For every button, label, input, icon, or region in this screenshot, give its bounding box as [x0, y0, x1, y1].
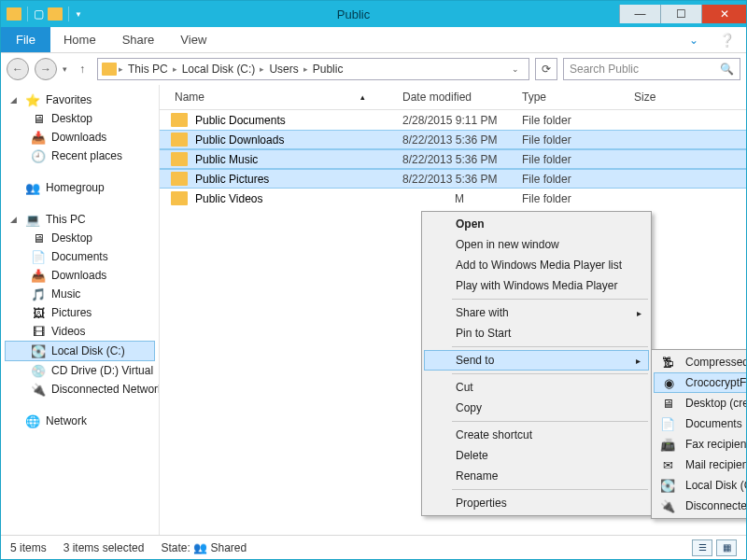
separator [452, 489, 648, 490]
collapse-icon[interactable]: ◢ [10, 215, 20, 224]
titlebar: ▢ ▼ Public — ☐ ✕ [1, 1, 746, 27]
menu-add-wmp[interactable]: Add to Windows Media Player list [424, 255, 649, 275]
folder-icon [171, 172, 188, 186]
file-row[interactable]: Public Pictures8/22/2013 5:36 PMFile fol… [160, 169, 746, 189]
separator [452, 421, 648, 422]
file-row[interactable]: Public VideosMFile folder [160, 189, 746, 208]
menu-cut[interactable]: Cut [424, 377, 649, 398]
sendto-zip[interactable]: 🗜Compressed (zipped) folder [654, 352, 746, 372]
menu-open[interactable]: Open [424, 214, 649, 234]
window-controls: — ☐ ✕ [619, 5, 746, 23]
menu-share-with[interactable]: Share with▸ [424, 302, 649, 323]
sendto-local-disk[interactable]: 💽Local Disk (C:) [654, 475, 746, 496]
ribbon-expand-icon[interactable]: ⌄ [680, 34, 708, 47]
close-button[interactable]: ✕ [701, 5, 746, 23]
shared-icon: 👥 [193, 541, 207, 554]
chevron-right-icon[interactable]: ▸ [258, 64, 266, 74]
sendto-disconnected[interactable]: 🔌Disconnected Network Drive (E:) [654, 496, 746, 516]
chevron-right-icon[interactable]: ▸ [117, 64, 125, 74]
crumb-this-pc[interactable]: This PC [125, 63, 171, 76]
menu-send-to[interactable]: Send to▸ [424, 350, 649, 371]
crumb-local-disk[interactable]: Local Disk (C:) [179, 63, 259, 76]
address-bar[interactable]: ▸ This PC ▸ Local Disk (C:) ▸ Users ▸ Pu… [97, 58, 529, 80]
file-row[interactable]: Public Music8/22/2013 5:36 PMFile folder [160, 149, 746, 169]
sidebar-item-recent[interactable]: 🕘Recent places [5, 147, 155, 165]
back-button[interactable]: ← [7, 58, 29, 80]
file-list: Public Documents2/28/2015 9:11 PMFile fo… [160, 110, 746, 535]
ribbon-tabs: File Home Share View ⌄ ❔ [1, 27, 746, 53]
sidebar-item-downloads[interactable]: 📥Downloads [5, 266, 155, 285]
menu-create-shortcut[interactable]: Create shortcut [424, 425, 649, 445]
column-headers: Name▴ Date modified Type Size [160, 85, 746, 110]
menu-copy[interactable]: Copy [424, 398, 649, 418]
crumb-public[interactable]: Public [310, 63, 346, 76]
menu-open-new-window[interactable]: Open in new window [424, 234, 649, 255]
sidebar-item-downloads[interactable]: 📥Downloads [5, 128, 155, 147]
sendto-mail[interactable]: ✉Mail recipient [654, 455, 746, 475]
menu-properties[interactable]: Properties [424, 493, 649, 513]
file-row[interactable]: Public Documents2/28/2015 9:11 PMFile fo… [160, 110, 746, 130]
history-dropdown-icon[interactable]: ▾ [63, 64, 67, 74]
sendto-documents[interactable]: 📄Documents [654, 413, 746, 434]
chevron-right-icon[interactable]: ▸ [171, 64, 179, 74]
sidebar-item-cd-drive[interactable]: 💿CD Drive (D:) Virtual [5, 361, 155, 380]
menu-play-wmp[interactable]: Play with Windows Media Player [424, 275, 649, 296]
separator [452, 373, 648, 374]
sendto-fax[interactable]: 📠Fax recipient [654, 434, 746, 455]
status-item-count: 5 items [10, 541, 47, 554]
sidebar-favorites[interactable]: ◢⭐Favorites [5, 91, 155, 109]
sendto-desktop[interactable]: 🖥Desktop (create shortcut) [654, 393, 746, 413]
collapse-icon[interactable]: ◢ [10, 95, 20, 105]
view-icons-button[interactable]: ▦ [716, 539, 737, 556]
menu-delete[interactable]: Delete [424, 445, 649, 466]
up-button[interactable]: ↑ [73, 60, 92, 78]
minimize-button[interactable]: — [619, 5, 660, 23]
folder-icon[interactable] [7, 7, 21, 21]
chevron-right-icon[interactable]: ▸ [302, 64, 310, 74]
search-input[interactable]: Search Public 🔍 [563, 58, 740, 80]
file-pane: Name▴ Date modified Type Size Public Doc… [160, 85, 746, 535]
view-details-button[interactable]: ☰ [692, 539, 712, 556]
folder-icon [171, 113, 188, 127]
column-date[interactable]: Date modified [402, 91, 522, 104]
tab-view[interactable]: View [167, 27, 219, 52]
sidebar-network[interactable]: 🌐Network [5, 412, 155, 430]
sidebar-item-desktop[interactable]: 🖥Desktop [5, 109, 155, 128]
sidebar-item-documents[interactable]: 📄Documents [5, 247, 155, 266]
properties-icon[interactable]: ▢ [34, 7, 44, 21]
file-row[interactable]: Public Downloads8/22/2013 5:36 PMFile fo… [160, 130, 746, 149]
menu-rename[interactable]: Rename [424, 466, 649, 486]
column-size[interactable]: Size [625, 91, 746, 104]
music-icon: 🎵 [31, 287, 46, 301]
sendto-crococrypt[interactable]: ◉CrococryptFile [654, 372, 746, 393]
sidebar-item-disconnected[interactable]: 🔌Disconnected Network [5, 380, 155, 399]
tab-share[interactable]: Share [109, 27, 168, 52]
sidebar-item-videos[interactable]: 🎞Videos [5, 322, 155, 341]
sidebar-homegroup[interactable]: 👥Homegroup [5, 178, 155, 197]
crumb-users[interactable]: Users [266, 63, 301, 76]
desktop-icon: 🖥 [31, 231, 46, 245]
help-icon[interactable]: ❔ [708, 33, 746, 48]
sidebar-item-desktop[interactable]: 🖥Desktop [5, 229, 155, 247]
navigation-bar: ← → ▾ ↑ ▸ This PC ▸ Local Disk (C:) ▸ Us… [1, 53, 746, 85]
navigation-pane: ◢⭐Favorites 🖥Desktop 📥Downloads 🕘Recent … [1, 85, 160, 535]
menu-pin-start[interactable]: Pin to Start [424, 323, 649, 343]
sidebar-item-music[interactable]: 🎵Music [5, 285, 155, 303]
sidebar-item-local-disk[interactable]: 💽Local Disk (C:) [5, 341, 155, 361]
sidebar-item-pictures[interactable]: 🖼Pictures [5, 303, 155, 322]
quick-access-toolbar: ▢ ▼ [1, 7, 88, 21]
column-name[interactable]: Name▴ [160, 91, 402, 104]
separator [452, 299, 648, 300]
column-type[interactable]: Type [522, 91, 625, 104]
zip-icon: 🗜 [659, 354, 676, 371]
address-dropdown-icon[interactable]: ⌄ [506, 64, 525, 74]
tab-home[interactable]: Home [50, 27, 109, 52]
refresh-button[interactable]: ⟳ [535, 58, 557, 80]
maximize-button[interactable]: ☐ [660, 5, 701, 23]
qat-dropdown-icon[interactable]: ▼ [75, 10, 82, 19]
new-folder-icon[interactable] [48, 7, 63, 21]
forward-button[interactable]: → [35, 58, 57, 80]
sidebar-this-pc[interactable]: ◢💻This PC [5, 210, 155, 229]
tab-file[interactable]: File [1, 27, 50, 52]
status-bar: 5 items 3 items selected State: 👥 Shared… [1, 535, 746, 559]
